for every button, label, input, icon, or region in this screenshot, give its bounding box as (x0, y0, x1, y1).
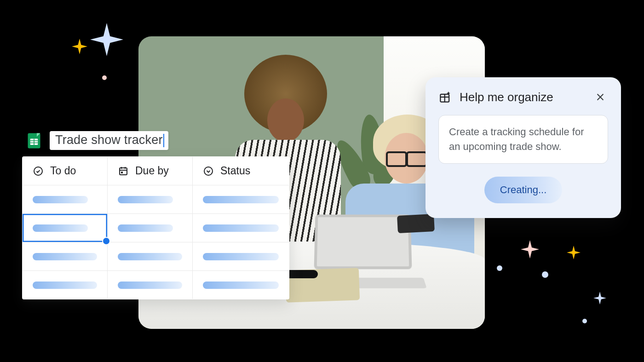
sparkle-icon (72, 39, 87, 54)
cell[interactable] (23, 185, 108, 214)
help-me-organize-panel: Help me organize Create a tracking sched… (426, 77, 621, 218)
table-row (23, 242, 289, 271)
table-row (23, 185, 289, 214)
close-icon (595, 92, 605, 102)
cell[interactable] (193, 185, 289, 214)
cell[interactable] (23, 271, 108, 299)
cell-selected[interactable] (23, 214, 108, 242)
decorative-dot (542, 271, 548, 278)
table-row (23, 214, 289, 242)
creating-button[interactable]: Creating... (484, 177, 563, 203)
chevron-down-circle-icon (203, 166, 214, 177)
cell[interactable] (23, 242, 108, 271)
cell[interactable] (108, 242, 193, 271)
cell[interactable] (193, 214, 289, 242)
column-label: To do (50, 165, 76, 177)
panel-title: Help me organize (460, 90, 585, 104)
prompt-input[interactable]: Create a tracking schedule for an upcomi… (438, 115, 608, 164)
cell[interactable] (193, 242, 289, 271)
calendar-icon (118, 166, 129, 177)
sparkle-icon (90, 23, 123, 56)
sparkle-icon (593, 292, 606, 305)
column-label: Status (220, 165, 250, 177)
decorative-dot (582, 319, 587, 323)
svg-rect-6 (120, 168, 127, 175)
table-row (23, 271, 289, 299)
help-me-organize-icon (438, 90, 452, 104)
decorative-dot (102, 75, 107, 80)
column-label: Due by (135, 165, 169, 177)
cell[interactable] (193, 271, 289, 299)
tracker-table: To do Due by (22, 156, 289, 299)
google-sheets-icon (26, 132, 42, 149)
check-circle-icon (33, 166, 44, 177)
svg-rect-10 (121, 172, 123, 173)
svg-point-11 (204, 167, 213, 175)
document-title-input[interactable]: Trade show tracker (50, 131, 168, 150)
column-header-status[interactable]: Status (193, 157, 289, 185)
sparkle-icon (521, 240, 539, 259)
cell[interactable] (108, 214, 193, 242)
close-button[interactable] (592, 89, 608, 105)
decorative-dot (497, 265, 502, 271)
svg-point-5 (34, 167, 42, 175)
column-header-dueby[interactable]: Due by (108, 157, 193, 185)
sparkle-icon (567, 246, 581, 259)
sheets-card: Trade show tracker To do (22, 131, 277, 299)
column-header-todo[interactable]: To do (23, 157, 108, 185)
cell[interactable] (108, 271, 193, 299)
cell[interactable] (108, 185, 193, 214)
